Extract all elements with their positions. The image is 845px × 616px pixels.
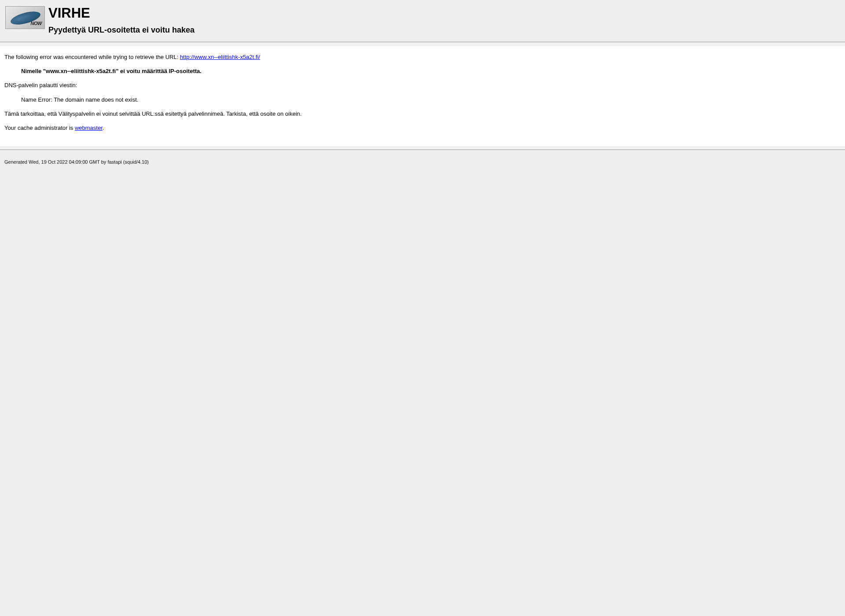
admin-prefix: Your cache administrator is bbox=[4, 125, 75, 131]
logo-text: NOW bbox=[31, 21, 42, 26]
error-content: The following error was encountered whil… bbox=[0, 46, 845, 146]
page-header: NOW VIRHE Pyydettyä URL-osoitetta ei voi… bbox=[0, 0, 845, 38]
dns-message: Name Error: The domain name does not exi… bbox=[21, 96, 841, 104]
error-detail-bold: Nimelle "www.xn--eliittishk-x5a2t.fi" ei… bbox=[21, 67, 841, 75]
bottom-divider bbox=[0, 150, 845, 150]
squid-logo: NOW bbox=[5, 6, 45, 29]
failed-url-link[interactable]: http://www.xn--eliittishk-x5a2t.fi/ bbox=[180, 54, 260, 60]
error-subtitle: Pyydettyä URL-osoitetta ei voitu hakea bbox=[48, 26, 195, 35]
footer-generated: Generated Wed, 19 Oct 2022 04:09:00 GMT … bbox=[0, 154, 845, 170]
dns-returned-line: DNS-palvelin palautti viestin: bbox=[4, 81, 841, 89]
intro-prefix: The following error was encountered whil… bbox=[4, 54, 180, 60]
webmaster-link[interactable]: webmaster bbox=[75, 125, 103, 131]
admin-suffix: . bbox=[103, 125, 104, 131]
top-divider bbox=[0, 42, 845, 43]
title-block: VIRHE Pyydettyä URL-osoitetta ei voitu h… bbox=[48, 4, 195, 35]
explanation-line: Tämä tarkoittaa, että Välityspalvelin ei… bbox=[4, 110, 841, 118]
error-title: VIRHE bbox=[48, 5, 195, 21]
admin-line: Your cache administrator is webmaster. bbox=[4, 124, 841, 132]
intro-line: The following error was encountered whil… bbox=[4, 53, 841, 61]
